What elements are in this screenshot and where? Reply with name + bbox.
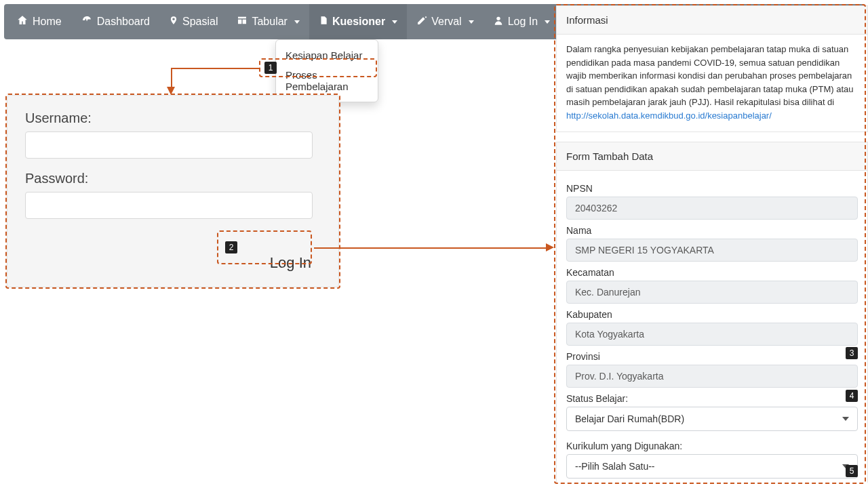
chevron-down-icon	[545, 20, 550, 24]
arrow-2	[314, 247, 547, 249]
user-icon	[493, 15, 504, 28]
nav-dashboard-label: Dashboard	[97, 16, 150, 28]
arrow-1-h	[171, 68, 259, 69]
arrow-2-head	[546, 243, 554, 251]
callout-box-1	[259, 58, 377, 77]
chevron-down-icon	[294, 20, 300, 24]
step-badge-5: 5	[846, 465, 858, 477]
nav-tabular[interactable]: Tabular	[227, 4, 309, 39]
nav-login[interactable]: Log In	[484, 4, 559, 39]
callout-box-right	[554, 4, 866, 484]
arrow-1-v	[171, 68, 172, 88]
file-icon	[319, 14, 328, 29]
nav-kuesioner[interactable]: Kuesioner	[309, 4, 407, 39]
nav-spasial[interactable]: Spasial	[159, 4, 227, 39]
nav-spasial-label: Spasial	[182, 16, 218, 28]
nav-verval[interactable]: Verval	[407, 4, 483, 39]
map-pin-icon	[169, 14, 178, 29]
nav-dashboard[interactable]: Dashboard	[71, 4, 159, 39]
step-badge-1: 1	[264, 62, 277, 74]
nav-verval-label: Verval	[431, 16, 461, 28]
svg-point-0	[496, 17, 500, 20]
step-badge-3: 3	[846, 347, 858, 359]
step-badge-4: 4	[846, 390, 858, 402]
chevron-down-icon	[392, 20, 397, 24]
nav-home-label: Home	[33, 16, 62, 28]
table-icon	[237, 15, 248, 28]
edit-icon	[416, 15, 427, 28]
chevron-down-icon	[469, 20, 474, 24]
nav-tabular-label: Tabular	[252, 16, 287, 28]
nav-home[interactable]: Home	[7, 4, 71, 39]
home-icon	[16, 14, 28, 29]
nav-login-label: Log In	[508, 16, 538, 28]
nav-kuesioner-label: Kuesioner	[332, 16, 385, 28]
gauge-icon	[81, 14, 93, 29]
step-badge-2: 2	[225, 241, 237, 253]
